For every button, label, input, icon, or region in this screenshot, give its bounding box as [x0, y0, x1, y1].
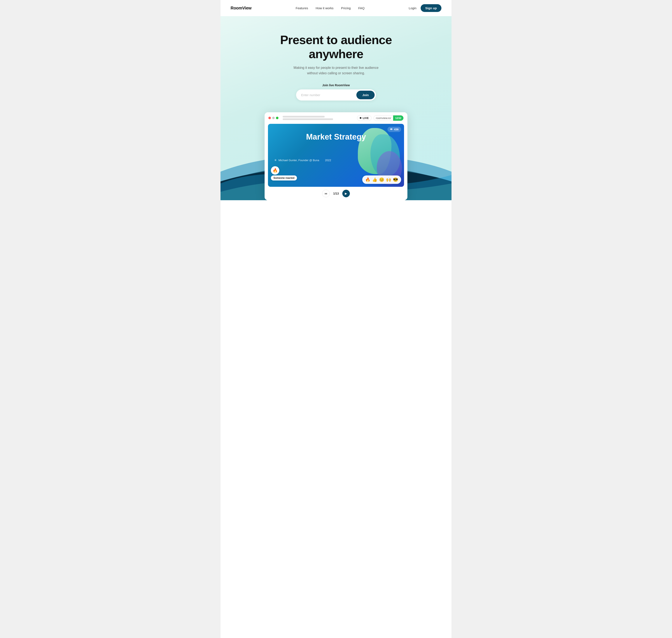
traffic-lights [268, 117, 278, 119]
nav-actions: Login Sign up [409, 4, 441, 12]
prev-icon: ⏮ [325, 192, 327, 195]
slide-nav: ⏮ 1/13 ▶ [265, 187, 407, 200]
reaction-label: Someone reacted [271, 175, 297, 181]
emoji-bar[interactable]: 🔥 👍 😊 🙌 😎 [362, 175, 401, 184]
traffic-light-green [276, 117, 278, 119]
presenter-icon: ✳ [274, 158, 277, 162]
nav-links: Features How it works Pricing FAQ [296, 6, 364, 10]
browser-mockup: LIVE roomview.io/ 1232 👁 436 [265, 112, 407, 200]
emoji-smile[interactable]: 😊 [379, 177, 384, 182]
slide-content: Market Strategy ✳ Michael Gunter, Founde… [268, 124, 404, 168]
reaction-bubble: 🔥 Someone reacted [271, 166, 297, 181]
hero-section: Present to audience anywhere Making it e… [220, 16, 452, 200]
emoji-clap[interactable]: 🙌 [386, 177, 391, 182]
emoji-fire[interactable]: 🔥 [365, 177, 371, 182]
view-count: 👁 436 [388, 127, 401, 132]
join-input[interactable] [301, 93, 356, 97]
address-line-1 [283, 116, 325, 118]
live-dot [360, 117, 361, 119]
traffic-light-red [268, 117, 271, 119]
reaction-emoji: 🔥 [271, 166, 279, 174]
live-badge: LIVE [357, 115, 372, 121]
navbar: RoomView Features How it works Pricing F… [220, 0, 452, 16]
hero-title: Present to audience anywhere [273, 33, 399, 61]
join-form: Join [296, 89, 376, 101]
hero-subtitle: Making it easy for people to present to … [292, 65, 380, 76]
nav-link-how-it-works[interactable]: How it works [316, 6, 333, 10]
eye-icon: 👁 [390, 128, 393, 131]
join-button[interactable]: Join [356, 91, 375, 99]
slide-title: Market Strategy [274, 132, 398, 142]
emoji-cool[interactable]: 😎 [393, 177, 398, 182]
room-url: roomview.io/ [374, 115, 393, 121]
browser-address-bar [283, 116, 355, 120]
browser-outer: LIVE roomview.io/ 1232 👁 436 [265, 112, 407, 200]
room-code: 1232 [393, 115, 404, 121]
presenter-name: Michael Gunter, Founder @ Buna [278, 159, 319, 162]
nav-link-pricing[interactable]: Pricing [341, 6, 351, 10]
emoji-thumbsup[interactable]: 👍 [372, 177, 377, 182]
nav-link-faq[interactable]: FAQ [358, 6, 364, 10]
login-button[interactable]: Login [409, 6, 416, 10]
slide-year: 2022 [325, 159, 331, 162]
room-badge: roomview.io/ 1232 [374, 115, 404, 121]
slide-container: 👁 436 Market Strategy ✳ Mic [268, 124, 404, 187]
traffic-light-yellow [272, 117, 275, 119]
live-text: LIVE [363, 116, 369, 120]
signup-button[interactable]: Sign up [421, 4, 441, 12]
next-icon: ▶ [345, 192, 347, 195]
browser-controls: LIVE roomview.io/ 1232 [357, 115, 404, 121]
join-label: Join live RoomView [231, 84, 441, 87]
view-count-number: 436 [394, 128, 398, 131]
slide-presenter: ✳ Michael Gunter, Founder @ Buna 2022 [274, 158, 398, 162]
next-button[interactable]: ▶ [342, 190, 350, 197]
prev-button[interactable]: ⏮ [322, 190, 330, 197]
nav-link-features[interactable]: Features [296, 6, 308, 10]
slide-counter: 1/13 [333, 192, 339, 195]
address-line-2 [283, 118, 333, 120]
browser-titlebar: LIVE roomview.io/ 1232 [265, 112, 407, 124]
brand-logo[interactable]: RoomView [231, 6, 251, 11]
